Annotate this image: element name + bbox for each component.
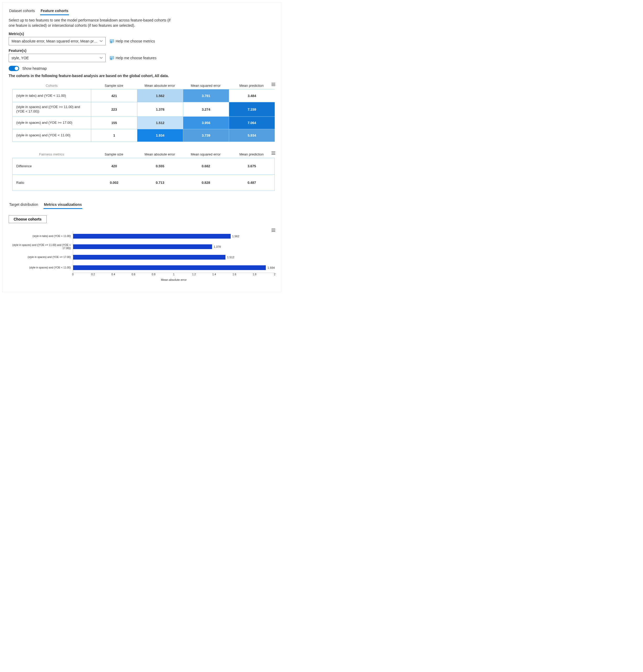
features-field: Feature(s) style, YOE Help me choose (9, 48, 275, 62)
metrics-label: Metric(s) (9, 32, 275, 36)
cohorts-table-menu-icon[interactable] (271, 83, 276, 86)
heatmap-cell: 1.562 (137, 89, 183, 102)
fairness-cell: 0.713 (137, 175, 183, 191)
help-metrics-link[interactable]: Help me choose metrics (110, 39, 155, 43)
chevron-down-icon (100, 39, 103, 43)
tab-feature-cohorts[interactable]: Feature cohorts (40, 8, 69, 15)
bar-value-label: 1.934 (267, 266, 275, 269)
chart-category-label: (style in spaces) and ((YOE >= 11.00) an… (9, 241, 73, 252)
fairness-cell: 420 (91, 158, 137, 175)
cohorts-table-label-header: Cohorts (12, 84, 91, 87)
heatmap-cell: 421 (91, 89, 137, 102)
bar-row: 1.512 (73, 252, 275, 262)
axis-tick: 1.6 (232, 273, 236, 276)
fairness-cell: 0.487 (229, 175, 275, 191)
features-help-icon (110, 56, 114, 60)
metrics-dropdown-value: Mean absolute error, Mean squared error,… (12, 39, 98, 43)
heatmap-cell: 5.934 (229, 129, 275, 142)
fairness-table: Fairness metrics Sample size Mean absolu… (12, 152, 275, 191)
lower-tabs: Target distribution Metrics visualizatio… (9, 201, 275, 209)
fairness-table-col-1: Mean absolute error (137, 152, 183, 156)
chart-category-label: (style in spaces) and (YOE >= 17.00) (9, 252, 73, 262)
cohorts-table-col-0: Sample size (91, 84, 137, 87)
cohorts-table: Cohorts Sample size Mean absolute error … (12, 84, 275, 142)
heatmap-cell: 3.274 (183, 102, 229, 117)
axis-tick: 1.2 (192, 273, 196, 276)
heatmap-cell: 3.956 (183, 117, 229, 129)
axis-tick: 0.2 (91, 273, 95, 276)
features-label: Feature(s) (9, 48, 275, 53)
bar-value-label: 1.562 (232, 235, 240, 238)
axis-tick: 0.8 (152, 273, 156, 276)
axis-tick: 1.8 (253, 273, 256, 276)
cohorts-table-body: (style in tabs) and (YOE < 11.00)4211.56… (12, 89, 275, 142)
fairness-cell: 3.675 (229, 158, 275, 175)
bar-row: 1.378 (73, 241, 275, 252)
heatmap-cell: 7.064 (229, 117, 275, 129)
fairness-table-label-header: Fairness metrics (12, 152, 91, 156)
choose-cohorts-button[interactable]: Choose cohorts (9, 215, 47, 223)
metrics-dropdown[interactable]: Mean absolute error, Mean squared error,… (9, 37, 106, 45)
cohort-label: (style in spaces) and ((YOE >= 11.00) an… (13, 102, 91, 117)
chart-category-label: (style in spaces) and (YOE < 11.00) (9, 262, 73, 273)
chart-area: (style in tabs) and (YOE < 11.00)(style … (9, 230, 275, 281)
fairness-table-headers: Fairness metrics Sample size Mean absolu… (12, 152, 275, 158)
chart-x-axis: 00.20.40.60.811.21.41.61.82 (73, 273, 275, 277)
heatmap-cell: 7.159 (229, 102, 275, 117)
table-row: (style in spaces) and (YOE < 11.00)11.93… (13, 129, 275, 142)
bar-row: 1.562 (73, 231, 275, 241)
top-tabs: Dataset cohorts Feature cohorts (9, 8, 275, 15)
tab-target-distribution[interactable]: Target distribution (9, 201, 39, 209)
lower-section: Target distribution Metrics visualizatio… (9, 201, 275, 281)
fairness-cell: 0.555 (137, 158, 183, 175)
axis-tick: 2 (274, 273, 276, 276)
table-row: Difference4200.5550.6823.675 (13, 158, 275, 175)
cohort-note: The cohorts in the following feature-bas… (9, 74, 275, 78)
chart-plot: 1.5621.3781.5121.934 00.20.40.60.811.21.… (73, 230, 275, 281)
fairness-table-col-0: Sample size (91, 152, 137, 156)
cohorts-table-headers: Cohorts Sample size Mean absolute error … (12, 84, 275, 89)
help-features-text: Help me choose features (116, 56, 157, 60)
table-row: (style in spaces) and (YOE >= 17.00)1551… (13, 117, 275, 129)
panel-root: Dataset cohorts Feature cohorts Select u… (2, 2, 281, 292)
cohorts-table-col-3: Mean prediction (229, 84, 275, 87)
bar-chart: (style in tabs) and (YOE < 11.00)(style … (9, 230, 275, 281)
tab-metrics-visualizations[interactable]: Metrics visualizations (44, 201, 83, 209)
description-text: Select up to two features to see the mod… (9, 18, 177, 28)
features-dropdown[interactable]: style, YOE (9, 54, 106, 62)
tab-dataset-cohorts[interactable]: Dataset cohorts (9, 8, 35, 15)
bar-value-label: 1.512 (227, 256, 234, 259)
heatmap-cell: 3.739 (183, 129, 229, 142)
heatmap-cell: 1.512 (137, 117, 183, 129)
heatmap-cell: 1 (91, 129, 137, 142)
fairness-cell: 0.002 (91, 175, 137, 191)
metrics-help-icon (110, 39, 114, 43)
bar-row: 1.934 (73, 262, 275, 273)
fairness-table-menu-icon[interactable] (271, 151, 276, 155)
chart-x-axis-title: Mean absolute error (73, 278, 275, 281)
table-row: Ratio0.0020.7130.8280.487 (13, 175, 275, 191)
heatmap-toggle[interactable] (9, 66, 19, 71)
table-row: (style in tabs) and (YOE < 11.00)4211.56… (13, 89, 275, 102)
heatmap-cell: 1.378 (137, 102, 183, 117)
fairness-label: Ratio (13, 175, 91, 191)
heatmap-cell: 3.484 (229, 89, 275, 102)
heatmap-cell: 155 (91, 117, 137, 129)
cohort-label: (style in tabs) and (YOE < 11.00) (13, 89, 91, 102)
cohort-label: (style in spaces) and (YOE >= 17.00) (13, 117, 91, 129)
cohorts-table-col-2: Mean squared error (183, 84, 229, 87)
bar-value-label: 1.378 (214, 245, 221, 248)
axis-tick: 0.4 (111, 273, 115, 276)
help-features-link[interactable]: Help me choose features (110, 56, 157, 60)
help-metrics-text: Help me choose metrics (116, 39, 155, 43)
bar (73, 265, 266, 270)
heatmap-toggle-label: Show heatmap (22, 66, 47, 71)
metrics-field: Metric(s) Mean absolute error, Mean squa… (9, 32, 275, 45)
heatmap-cell: 1.934 (137, 129, 183, 142)
bar (73, 244, 212, 249)
fairness-table-col-2: Mean squared error (183, 152, 229, 156)
axis-tick: 1.4 (212, 273, 216, 276)
fairness-cell: 0.682 (183, 158, 229, 175)
cohort-label: (style in spaces) and (YOE < 11.00) (13, 129, 91, 142)
chart-category-label: (style in tabs) and (YOE < 11.00) (9, 231, 73, 241)
